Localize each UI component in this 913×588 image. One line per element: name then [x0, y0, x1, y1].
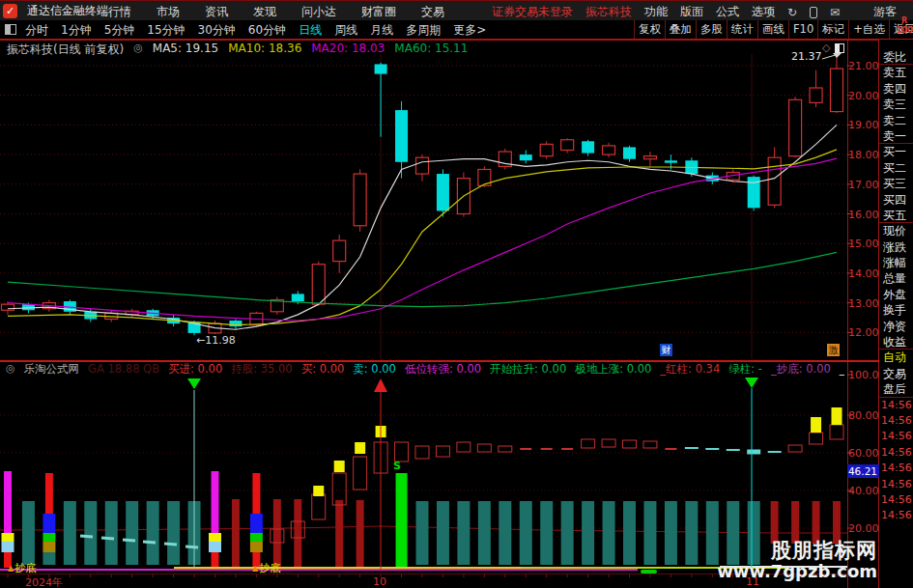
sidebar-item-盘后[interactable]: 盘后: [879, 381, 913, 397]
price-tick-label: 17.00: [848, 179, 876, 191]
indicator-field: _DIF: 1.11: [840, 362, 844, 377]
sidebar-item-卖三[interactable]: 卖三: [879, 97, 913, 112]
indicator-header: ◎ 乐淘公式网 GA 18.88 QB 买进: 0.00持股: 35.00买: …: [6, 362, 844, 377]
news-badge-激[interactable]: 激: [827, 344, 840, 356]
price-tick-label: 14.00: [848, 267, 876, 280]
sidebar-item-换手[interactable]: 换手: [879, 302, 913, 318]
tick-time-row: 14:56: [879, 492, 913, 508]
indicator-params: GA 18.88 QB: [88, 362, 159, 377]
sidebar-item-卖五[interactable]: 卖五: [879, 65, 913, 80]
sidebar-item-交易[interactable]: 交易: [879, 366, 913, 381]
sidebar-item-收益[interactable]: 收益: [879, 334, 913, 350]
tick-time-row: 14:56: [879, 477, 913, 492]
price-annotation: 21.37: [791, 50, 822, 63]
caodi-signal-label: ▲抄底: [252, 561, 280, 575]
price-tick-label: 13.00: [848, 297, 876, 310]
quote-sidebar[interactable]: 委比卖五卖四卖三卖二卖一买一买二买三买四买五现价涨跌涨幅总量外盘换手净资收益自动…: [879, 40, 913, 588]
tick-time-row: 14:56: [879, 398, 913, 413]
price-tick-label: 18.00: [848, 149, 876, 161]
price-tick-label: 12.00: [848, 326, 876, 339]
tdx-terminal-window: ✓ 通达信金融终端 行情市场资讯发现问小达财富圈交易 证券交易未登录 振芯科技 …: [0, 0, 913, 588]
sidebar-item-买四[interactable]: 买四: [879, 192, 913, 208]
chart-canvas[interactable]: [0, 0, 913, 588]
caodi-arrow-icon: ▲: [8, 564, 14, 573]
tick-time-row: 14:56: [879, 461, 913, 476]
indicator-tick-label: 20.00: [848, 522, 876, 535]
tick-time-row: 14:56: [879, 508, 913, 523]
sidebar-item-买五[interactable]: 买五: [879, 208, 913, 223]
indicator-field: _红柱: 0.34: [660, 362, 720, 377]
price-tick-label: 20.00: [848, 90, 876, 102]
indicator-tick-label: 100.0: [848, 369, 876, 381]
value-marker: 46.21: [847, 464, 879, 478]
ma-value: MA5: 19.15: [153, 42, 218, 58]
sidebar-item-涨幅[interactable]: 涨幅: [879, 255, 913, 270]
tick-time-row: 14:56: [879, 445, 913, 461]
indicator-tick-label: 40.00: [848, 485, 876, 497]
chart-title[interactable]: 振芯科技(日线 前复权): [7, 42, 124, 58]
sidebar-item-买二[interactable]: 买二: [879, 160, 913, 176]
sidebar-item-卖二[interactable]: 卖二: [879, 113, 913, 128]
diamond-icon[interactable]: ◇: [822, 42, 830, 54]
tick-list[interactable]: 14:5614:5614:5614:5614:5614:5614:5614:56: [879, 398, 913, 524]
tick-time-row: 14:56: [879, 413, 913, 429]
time-axis-label: 2024年: [25, 575, 63, 588]
sidebar-item-外盘[interactable]: 外盘: [879, 287, 913, 302]
indicator-tick-label: 60.00: [848, 447, 876, 460]
sidebar-item-买一[interactable]: 买一: [879, 144, 913, 159]
caodi-arrow-icon: ▲: [252, 564, 258, 573]
price-annotation: ←11.98: [196, 334, 236, 347]
indicator-field: 极地上涨: 0.00: [575, 362, 651, 377]
price-tick-label: 15.00: [848, 238, 876, 250]
price-tick-label: 21.00: [848, 60, 876, 72]
sidebar-item-净资[interactable]: 净资: [879, 319, 913, 334]
indicator-field: 卖: 0.00: [353, 362, 396, 377]
ma-value: MA10: 18.36: [228, 42, 301, 58]
indicator-field: 买: 0.00: [301, 362, 345, 377]
sidebar-item-总量[interactable]: 总量: [879, 270, 913, 286]
caodi-signal-label: ▲抄底: [8, 561, 36, 575]
indicator-field: _抄底: 0.00: [771, 362, 831, 377]
ma-values: MA5: 19.15MA10: 18.36MA20: 18.03MA60: 15…: [153, 42, 469, 58]
sidebar-item-现价[interactable]: 现价: [879, 223, 913, 238]
indicator-field: 低位转强: 0.00: [405, 362, 481, 377]
indicator-field: 绿柱: -: [728, 362, 762, 377]
chevron-circle-icon[interactable]: ◎: [6, 362, 15, 377]
sidebar-item-买三[interactable]: 买三: [879, 176, 913, 191]
ma-value: MA60: 15.11: [394, 42, 468, 58]
time-axis-label: 10: [373, 575, 386, 588]
sidebar-item-涨跌[interactable]: 涨跌: [879, 239, 913, 255]
watermark: 股朋指标网 www.7gpzb.com: [717, 540, 877, 581]
indicator-field: 持股: 35.00: [231, 362, 292, 377]
window-icon[interactable]: [835, 43, 844, 53]
indicator-field: 买进: 0.00: [168, 362, 222, 377]
indicator-field: 开始拉升: 0.00: [490, 362, 566, 377]
indicator-values: 买进: 0.00持股: 35.00买: 0.00卖: 0.00低位转强: 0.0…: [168, 362, 844, 377]
indicator-source[interactable]: 乐淘公式网: [24, 362, 80, 377]
price-tick-label: 19.00: [848, 119, 876, 131]
chart-header: 振芯科技(日线 前复权) ◎ MA5: 19.15MA10: 18.36MA20…: [7, 42, 468, 58]
sidebar-item-卖一[interactable]: 卖一: [879, 128, 913, 144]
sidebar-item-自动[interactable]: 自动: [879, 350, 913, 365]
news-badge-财[interactable]: 财: [660, 344, 672, 356]
chevron-circle-icon[interactable]: ◎: [133, 42, 143, 58]
indicator-tick-label: 80.00: [848, 409, 876, 422]
ma-value: MA20: 18.03: [311, 42, 385, 58]
price-tick-label: 16.00: [848, 209, 876, 221]
sell-signal-label: S: [393, 460, 401, 472]
sidebar-item-卖四[interactable]: 卖四: [879, 81, 913, 97]
sidebar-item-委比[interactable]: 委比: [879, 49, 913, 65]
tick-time-row: 14:56: [879, 429, 913, 444]
